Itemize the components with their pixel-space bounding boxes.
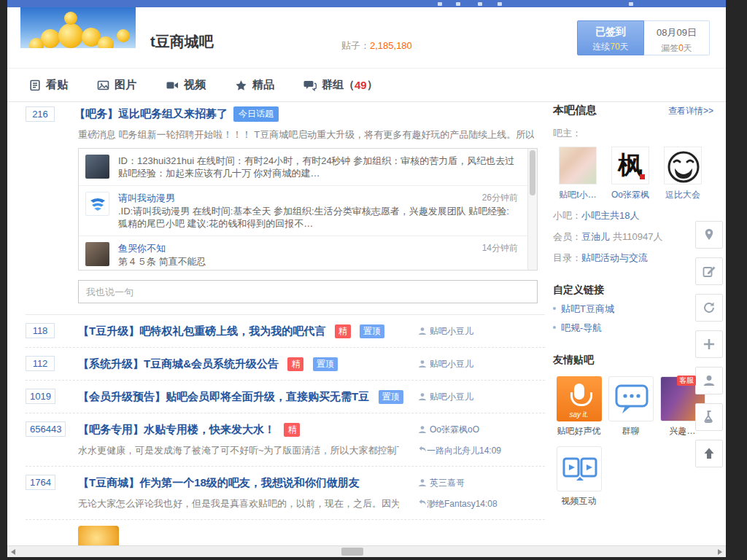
friend-bar-tile — [608, 376, 654, 421]
compose-post-button[interactable] — [695, 257, 723, 285]
last-replier[interactable]: 渺绝Fantasy — [427, 499, 476, 509]
thread-preview: 水水更健康，可是发成海了被淹了可不好听~为了版面清洁，所以大家都控制下哈~… — [78, 444, 399, 457]
laughing-face-icon — [665, 147, 702, 184]
thread-title-link[interactable]: 【吧务】逗比吧务组又来招募了 — [74, 107, 228, 121]
sidebar-info-title: 本吧信息 — [553, 104, 597, 117]
reply-avatar[interactable] — [85, 242, 109, 266]
sidebar: 本吧信息 查看详情>> 吧主： 贴吧t小… 枫 Oo张霖枫 — [553, 104, 713, 516]
last-reply-icon — [418, 445, 427, 454]
location-pin-button[interactable] — [695, 221, 723, 249]
featured-badge: 精 — [335, 324, 351, 338]
refresh-icon — [702, 300, 716, 315]
group-count: 49 — [355, 79, 367, 91]
tile-caption: say it. — [557, 411, 602, 419]
friend-bar[interactable]: 群聊 — [605, 376, 657, 438]
thread-row: 112 【系统升级】T豆商城&会员系统升级公告 精 置顶 贴吧小豆儿 — [26, 348, 545, 381]
sidebar-info-row: 小吧：小吧主共18人 — [553, 209, 713, 222]
thread-row: 118 【T豆升级】吧特权礼包重磅上线，我为我的吧代言 精 置顶 贴吧小豆儿 — [26, 315, 545, 348]
scroll-right-arrow[interactable] — [718, 549, 722, 555]
reply-text: ID：123hui321hui 在线时间：有时24小时，有时24秒钟 参加组织：… — [118, 155, 518, 179]
friend-bar-name: 视频互动 — [553, 495, 605, 508]
subscribe-plus-button[interactable] — [695, 330, 723, 358]
thread-image-thumbnail[interactable] — [78, 526, 119, 545]
last-replier[interactable]: 一路向北舟儿 — [427, 446, 479, 456]
custom-link[interactable]: 吧规-导航 — [553, 322, 713, 335]
bar-owner[interactable]: 枫 Oo张霖枫 — [605, 147, 655, 201]
thread-title-link[interactable]: 【T豆升级】吧特权礼包重磅上线，我为我的吧代言 — [78, 324, 325, 337]
thread-author[interactable]: 贴吧小豆儿 — [430, 392, 473, 402]
avatar-seal — [640, 174, 645, 179]
signin-button[interactable]: 已签到 连续70天 — [577, 20, 644, 55]
custom-link[interactable]: 贴吧T豆商城 — [553, 303, 713, 316]
thread-author[interactable]: 英三嘉哥 — [430, 478, 465, 488]
thread-row: 1764 【T豆商城】作为第一个18级的吧友，我想说和你们做朋友 英三嘉哥 无论… — [26, 467, 545, 520]
thread-author[interactable]: 贴吧小豆儿 — [430, 359, 473, 369]
owner-avatar — [664, 147, 702, 184]
category-link[interactable]: 贴吧活动与交流 — [581, 252, 648, 263]
reply-author[interactable]: 鱼哭你不知 — [118, 242, 518, 255]
tab-pictures[interactable]: 图片 — [97, 78, 136, 92]
thread-row: 656443 【吧务专用】水贴专用楼，快来发大水！ 精 Oo张霖枫oO 水水更健… — [26, 413, 545, 467]
bar-owner[interactable]: 逗比大会 — [658, 147, 708, 201]
coin-graphic — [58, 23, 83, 48]
thread-title-link[interactable]: 【吧务专用】水贴专用楼，快来发大水！ — [78, 423, 275, 435]
horizontal-scrollbar-thumb[interactable] — [341, 548, 363, 556]
forum-logo[interactable] — [20, 7, 136, 48]
inline-reply: ID：123hui321hui 在线时间：有时24小时，有时24秒钟 参加组织：… — [79, 149, 537, 186]
reply-count-badge: 656443 — [26, 421, 66, 437]
assistant-owners-link[interactable]: 小吧主共18人 — [581, 210, 639, 221]
inline-reply: 26分钟前 请叫我动漫男 .ID:请叫我动漫男 在线时间:基本全天 参加组织:生… — [79, 186, 537, 236]
thread-title-link[interactable]: 【会员升级预告】贴吧会员即将全面升级，直接购买无需T豆 — [78, 390, 369, 402]
inline-replies-box: ID：123hui321hui 在线时间：有时24小时，有时24秒钟 参加组织：… — [78, 148, 538, 271]
location-pin-icon — [702, 228, 716, 242]
plus-icon — [702, 337, 716, 351]
friend-bar[interactable]: say it. 贴吧好声优 — [553, 376, 605, 438]
refresh-button[interactable] — [695, 294, 723, 322]
top-strip-icon — [629, 2, 633, 6]
owner-avatar — [559, 147, 597, 184]
top-strip-icon — [478, 2, 482, 6]
reply-avatar[interactable] — [85, 155, 109, 179]
replies-scrollbar[interactable] — [527, 149, 537, 270]
reply-avatar[interactable] — [85, 192, 109, 216]
back-to-top-button[interactable] — [695, 440, 723, 467]
thread-author[interactable]: Oo张霖枫oO — [430, 424, 479, 435]
tab-label: 视频 — [184, 78, 206, 92]
tab-posts[interactable]: 看贴 — [29, 78, 68, 92]
friend-bar-tile — [557, 446, 602, 491]
reply-author[interactable]: 请叫我动漫男 — [118, 192, 518, 205]
replies-scrollbar-thumb[interactable] — [530, 150, 535, 195]
tab-featured[interactable]: 精品 — [235, 78, 274, 92]
posts-counter: 贴子：2,185,180 — [341, 39, 412, 52]
friend-bar-name: 群聊 — [605, 425, 657, 438]
tab-label: 图片 — [115, 78, 136, 92]
scroll-left-arrow[interactable] — [11, 549, 15, 555]
reply-count-badge: 112 — [26, 356, 55, 371]
tab-videos[interactable]: 视频 — [166, 78, 206, 92]
custom-links-title: 自定义链接 — [553, 284, 713, 297]
coin-graphic — [117, 29, 130, 42]
owner-name: Oo张霖枫 — [605, 189, 655, 201]
bar-owner[interactable]: 贴吧t小… — [553, 147, 603, 201]
friend-bar-tile: say it. — [557, 376, 602, 421]
thread-author[interactable]: 贴吧小豆儿 — [430, 326, 473, 336]
friend-bars-title: 友情贴吧 — [553, 354, 713, 367]
posts-label: 贴子： — [341, 40, 370, 51]
reply-text: 第４５条 简直不能忍 — [118, 255, 518, 268]
members-link[interactable]: 豆油儿 — [581, 231, 610, 242]
thread-row: 1019 【会员升级预告】贴吧会员即将全面升级，直接购买无需T豆 置顶 贴吧小豆… — [26, 381, 545, 413]
tab-groups[interactable]: 群组（49） — [303, 78, 378, 92]
view-details-link[interactable]: 查看详情>> — [668, 105, 713, 117]
owner-name: 逗比大会 — [658, 189, 708, 201]
friend-bar[interactable]: 视频互动 — [553, 446, 605, 508]
author-icon — [418, 425, 427, 434]
lab-button[interactable] — [695, 403, 723, 431]
avatar-logo-icon — [89, 197, 107, 211]
quick-reply-input[interactable] — [78, 280, 538, 303]
horizontal-scrollbar[interactable] — [7, 545, 726, 557]
thread-title-link[interactable]: 【系统升级】T豆商城&会员系统升级公告 — [78, 357, 279, 370]
thread-title-link[interactable]: 【T豆商城】作为第一个18级的吧友，我想说和你们做朋友 — [78, 476, 360, 489]
last-reply-time: 14:08 — [476, 499, 498, 509]
customer-service-button[interactable]: 客服 — [695, 367, 723, 394]
forum-title: t豆商城吧 — [150, 32, 214, 52]
